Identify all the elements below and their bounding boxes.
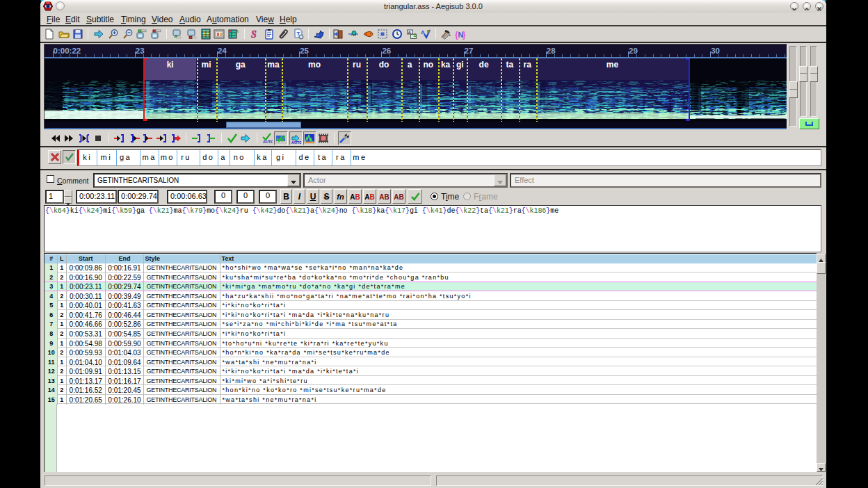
svg-text:AUTO: AUTO	[291, 140, 301, 145]
svg-text:2: 2	[414, 33, 417, 38]
svg-text:A: A	[408, 31, 412, 35]
svg-text:}: }	[463, 30, 466, 40]
svg-text:S: S	[251, 29, 257, 40]
svg-text:AUTO: AUTO	[263, 140, 273, 144]
